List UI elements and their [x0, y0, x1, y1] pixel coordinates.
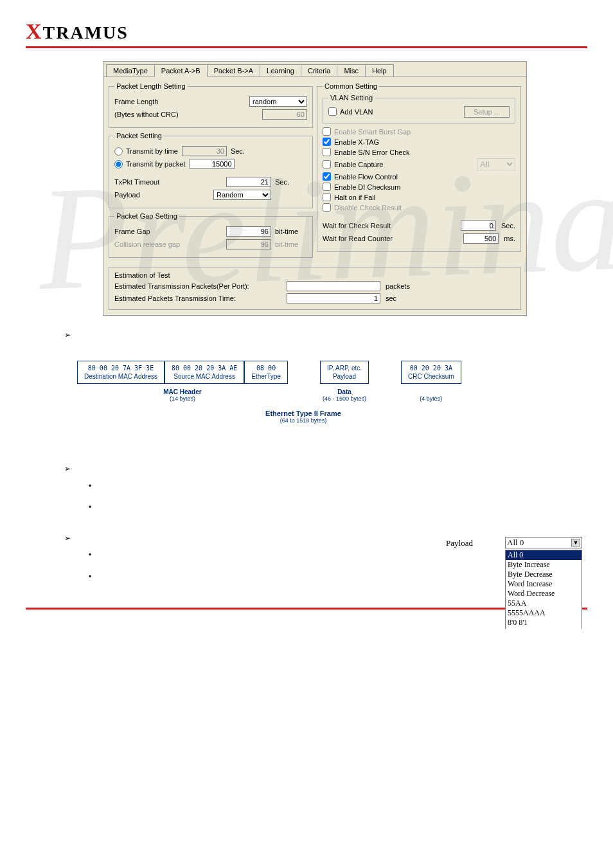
tab-criteria[interactable]: Criteria	[301, 64, 337, 77]
arrow-icon: ➢	[64, 534, 71, 543]
tab-packet-a-b[interactable]: Packet A->B	[154, 64, 208, 77]
enable-capture-checkbox[interactable]	[323, 160, 331, 168]
payload-option[interactable]: Byte Increase	[506, 560, 582, 570]
tab-misc[interactable]: Misc	[337, 64, 366, 77]
wait-read-counter-input[interactable]	[463, 233, 499, 244]
top-rule	[26, 46, 587, 48]
txpkt-timeout-unit: Sec.	[275, 178, 307, 186]
frame-gap-input[interactable]	[226, 226, 271, 237]
txpkt-timeout-label: TxPkt Timeout	[114, 178, 222, 186]
est-legend: Estimation of Test	[114, 271, 515, 279]
enable-sn-error-checkbox[interactable]	[323, 148, 331, 156]
payload-option[interactable]: Word Increase	[506, 579, 582, 589]
arrow-icon: ➢	[64, 464, 71, 473]
payload-option[interactable]: 55AA	[506, 599, 582, 608]
payload-dropdown-example: Payload All 0▼ All 0 Byte Increase Byte …	[446, 537, 582, 629]
enable-capture-label: Enable Capture	[334, 161, 474, 168]
transmit-by-packet-input[interactable]	[190, 159, 235, 169]
mac-header-bytes: (14 bytes)	[77, 395, 288, 402]
arrow-icon: ➢	[64, 330, 71, 339]
dot-icon: •	[89, 482, 91, 491]
capture-select: All	[477, 158, 515, 170]
halt-on-fail-label: Halt on if Fail	[334, 194, 375, 201]
tx-time-unit: Sec.	[231, 147, 263, 155]
collision-release-gap-unit: bit-time	[275, 240, 307, 248]
collision-release-gap-label: Collision release gap	[114, 240, 222, 248]
payload-options-list[interactable]: All 0 Byte Increase Byte Decrease Word I…	[505, 550, 582, 629]
frame-length-label: Frame Length	[114, 98, 245, 105]
disable-check-result-label: Disable Check Result	[334, 204, 402, 212]
halt-on-fail-checkbox[interactable]	[323, 193, 331, 201]
enable-x-tag-label: Enable X-TAG	[334, 138, 379, 146]
transmit-by-packet-radio[interactable]	[114, 160, 123, 168]
vlan-setup-button: Setup ...	[464, 106, 510, 118]
tab-strip: MediaType Packet A->B Packet B->A Learni…	[103, 62, 526, 77]
packet-length-setting: Packet Length Setting Frame Length rando…	[109, 82, 313, 128]
payload-option[interactable]: Word Decrease	[506, 589, 582, 599]
mac-header-caption: MAC Header	[77, 388, 288, 395]
est-packets-value	[287, 281, 380, 291]
enable-di-checksum-label: Enable DI Checksum	[334, 183, 400, 191]
tab-packet-b-a[interactable]: Packet B->A	[207, 64, 260, 77]
payload-label: Payload	[114, 191, 209, 199]
data-caption: Data	[320, 388, 369, 395]
payload-float-select[interactable]: All 0▼	[505, 537, 582, 548]
add-vlan-label: Add VLAN	[340, 108, 373, 116]
wait-read-counter-label: Wait for Read Counter	[323, 235, 458, 242]
ethertype-box: 08 00 EtherType	[244, 361, 288, 384]
ps-legend: Packet Setting	[114, 132, 164, 140]
txpkt-timeout-input[interactable]	[226, 177, 271, 187]
payload-option[interactable]: 8'0 8'1	[506, 618, 582, 628]
wait-read-counter-unit: ms.	[504, 235, 515, 242]
enable-x-tag-checkbox[interactable]	[323, 138, 331, 146]
frame-title-sub: (64 to 1518 bytes)	[45, 417, 562, 424]
cs-legend: Common Setting	[323, 82, 379, 90]
payload-option[interactable]: 16'0 16'1	[506, 628, 582, 629]
enable-smart-burst-gap-checkbox	[323, 127, 331, 136]
tab-learning[interactable]: Learning	[260, 64, 301, 77]
estimation-of-test: Estimation of Test Estimated Transmissio…	[109, 267, 521, 310]
enable-di-checksum-checkbox[interactable]	[323, 183, 331, 191]
add-vlan-checkbox[interactable]	[328, 107, 337, 116]
collision-release-gap-input	[226, 239, 271, 249]
frame-gap-unit: bit-time	[275, 228, 307, 235]
wait-check-result-input[interactable]	[461, 221, 496, 231]
payload-option[interactable]: Byte Decrease	[506, 570, 582, 579]
enable-smart-burst-gap-label: Enable Smart Burst Gap	[334, 128, 411, 136]
transmit-by-time-radio[interactable]	[114, 147, 123, 156]
frame-length-select[interactable]: random	[249, 96, 307, 107]
brand-logo: XTRAMUS	[26, 19, 587, 44]
disable-check-result-checkbox	[323, 203, 331, 212]
ethernet-frame-diagram: 80 00 20 7A 3F 3E Destination MAC Addres…	[77, 361, 562, 402]
frame-title: Ethernet Type II Frame	[45, 410, 562, 417]
crc-box: 00 20 20 3A CRC Checksum	[401, 361, 461, 384]
data-bytes: (46 - 1500 bytes)	[320, 395, 369, 402]
est-time-unit: sec	[386, 294, 396, 302]
bytes-without-crc-label: (Bytes without CRC)	[114, 111, 258, 118]
packet-setting: Packet Setting Transmit by time Sec. Tra…	[109, 132, 313, 208]
crc-bytes: (4 bytes)	[401, 395, 461, 402]
transmit-by-time-input	[182, 146, 227, 156]
payload-select[interactable]: Random	[213, 190, 271, 200]
payload-option[interactable]: 5555AAAA	[506, 608, 582, 618]
enable-sn-error-label: Enable S/N Error Check	[334, 149, 409, 156]
tab-mediatype[interactable]: MediaType	[106, 64, 155, 77]
bytes-value-input	[262, 109, 307, 120]
packet-dialog: MediaType Packet A->B Packet B->A Learni…	[103, 61, 527, 316]
dest-mac-box: 80 00 20 7A 3F 3E Destination MAC Addres…	[77, 361, 164, 384]
vlan-legend: VLAN Setting	[328, 94, 375, 102]
tab-help[interactable]: Help	[365, 64, 394, 77]
chevron-down-icon: ▼	[571, 539, 580, 547]
src-mac-box: 80 00 20 20 3A AE Source MAC Address	[164, 361, 244, 384]
transmit-by-time-label: Transmit by time	[126, 147, 178, 155]
transmit-by-packet-label: Transmit by packet	[126, 160, 186, 168]
payload-option[interactable]: All 0	[506, 550, 582, 560]
est-packets-unit: packets	[386, 282, 410, 290]
payload-box: IP, ARP, etc. Payload	[320, 361, 369, 384]
enable-flow-control-checkbox[interactable]	[323, 172, 331, 181]
wait-check-result-label: Wait for Check Result	[323, 222, 456, 230]
pgs-legend: Packet Gap Setting	[114, 212, 179, 220]
vlan-setting: VLAN Setting Add VLAN Setup ...	[323, 94, 515, 123]
pls-legend: Packet Length Setting	[114, 82, 188, 90]
est-time-label: Estimated Packets Transmission Time:	[114, 294, 281, 302]
